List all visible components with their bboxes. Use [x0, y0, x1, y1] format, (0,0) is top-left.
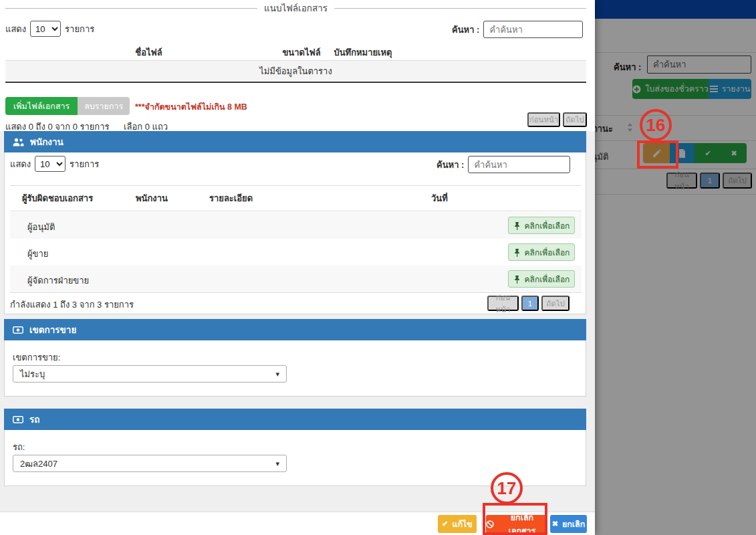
pick-approver-button[interactable]: คลิกเพื่อเลือก	[508, 217, 575, 234]
vehicle-select[interactable]: 2ฒล2407 ▾	[13, 455, 287, 472]
files-search-label: ค้นหา :	[452, 23, 479, 37]
check-icon: ✔	[442, 520, 448, 528]
employee-items-label: รายการ	[70, 157, 99, 171]
divider	[10, 185, 582, 186]
employee-search-label: ค้นหา :	[436, 158, 464, 172]
employee-col-role: ผู้รับผิดชอบเอกสาร	[22, 191, 93, 205]
annotation-step-17-circle: 17	[491, 472, 523, 504]
annotation-step-16-circle: 16	[640, 109, 672, 141]
pin-icon	[513, 275, 521, 284]
vehicle-panel-title: รถ	[29, 412, 39, 427]
sales-area-panel: เขตการขาย เขตการขาย: ไม่ระบุ ▾	[4, 319, 586, 397]
vehicle-label: รถ:	[13, 440, 25, 454]
employee-panel-header: พนักงาน	[4, 131, 586, 152]
banknote-icon	[13, 416, 23, 423]
sales-area-value: ไม่ระบุ	[20, 367, 45, 381]
employee-search-input[interactable]	[468, 156, 570, 173]
edit-button[interactable]: ✔ แก้ไข	[438, 515, 477, 533]
modal-title-row: แนบไฟล์เอกสาร	[5, 1, 586, 15]
sales-area-select[interactable]: ไม่ระบุ ▾	[13, 365, 287, 383]
table-row: ผู้ขาย คลิกเพื่อเลือก	[10, 239, 582, 265]
edit-button-label: แก้ไข	[452, 518, 472, 531]
employee-row-role: ผู้จัดการฝ่ายขาย	[27, 274, 89, 288]
divider	[5, 8, 257, 9]
attach-files-modal: แนบไฟล์เอกสาร แสดง 10 รายการ ค้นหา : ชื่…	[0, 0, 595, 535]
delete-file-button[interactable]: ลบรายการ	[78, 97, 130, 115]
table-row: ผู้จัดการฝ่ายขาย คลิกเพื่อเลือก	[10, 265, 582, 292]
cancel-button-label: ยกเลิก	[562, 518, 585, 531]
files-items-label: รายการ	[65, 22, 94, 36]
employee-show-label: แสดง	[10, 157, 31, 171]
users-icon	[13, 138, 24, 146]
pick-button-label: คลิกเพื่อเลือก	[525, 273, 570, 286]
employee-panel-title: พนักงาน	[30, 134, 64, 149]
files-col-note: บันทึกหมายเหตุ	[323, 45, 403, 60]
divider	[334, 8, 586, 9]
chevron-down-icon: ▾	[275, 370, 279, 379]
files-page-size-select[interactable]: 10	[30, 21, 61, 37]
sales-area-panel-header: เขตการขาย	[4, 319, 586, 340]
employee-row-role: ผู้ขาย	[27, 247, 48, 261]
files-next-button[interactable]: ถัดไป	[563, 112, 587, 127]
screen: ค้นหา : ใบส่งของชั่วคราว รายงาน สถานะ รอ…	[0, 0, 756, 535]
vehicle-panel-header: รถ	[4, 409, 586, 430]
pin-icon	[513, 221, 521, 230]
cancel-button[interactable]: ✖ ยกเลิก	[550, 515, 587, 533]
chevron-down-icon: ▾	[275, 459, 279, 468]
files-prev-button[interactable]: ก่อนหน้า	[527, 112, 560, 127]
table-row: ผู้อนุมัติ คลิกเพื่อเลือก	[10, 212, 582, 239]
files-search-input[interactable]	[483, 21, 583, 38]
pick-seller-button[interactable]: คลิกเพื่อเลือก	[508, 243, 575, 261]
employee-row-role: ผู้อนุมัติ	[27, 220, 55, 234]
employee-panel: พนักงาน แสดง 10 รายการ ค้นหา : ผู้รับผิด…	[4, 131, 586, 314]
sales-area-label: เขตการขาย:	[13, 350, 60, 364]
pick-button-label: คลิกเพื่อเลือก	[525, 219, 570, 232]
employee-page-1-button[interactable]: 1	[521, 296, 539, 311]
banknote-icon	[13, 326, 23, 334]
file-size-limit-note: ***จำกัดขนาดไฟล์ไม่เกิน 8 MB	[135, 100, 247, 114]
vehicle-value: 2ฒล2407	[20, 457, 57, 471]
files-empty-row: ไม่มีข้อมูลในตาราง	[5, 61, 586, 83]
add-file-button[interactable]: เพิ่มไฟล์เอกสาร	[5, 97, 78, 115]
employee-col-employee: พนักงาน	[136, 191, 168, 205]
files-show-label: แสดง	[5, 22, 26, 36]
employee-col-detail: รายละเอียด	[209, 191, 253, 205]
employee-next-button[interactable]: ถัดไป	[541, 296, 570, 311]
files-col-filename: ชื่อไฟล์	[0, 45, 297, 60]
pin-icon	[513, 248, 521, 257]
modal-title: แนบไฟล์เอกสาร	[264, 1, 328, 15]
employee-page-size-select[interactable]: 10	[35, 156, 66, 172]
annotation-step-16-highlight	[637, 140, 678, 169]
employee-prev-button[interactable]: ก่อนหน้า	[487, 296, 519, 311]
employee-summary: กำลังแสดง 1 ถึง 3 จาก 3 รายการ	[10, 298, 134, 312]
pick-sales-manager-button[interactable]: คลิกเพื่อเลือก	[508, 270, 575, 288]
pick-button-label: คลิกเพื่อเลือก	[525, 246, 570, 259]
annotation-step-17-highlight	[483, 503, 547, 535]
employee-col-date: วันที่	[431, 191, 448, 205]
sales-area-panel-title: เขตการขาย	[29, 322, 76, 337]
divider	[10, 211, 582, 211]
x-icon: ✖	[552, 520, 558, 528]
